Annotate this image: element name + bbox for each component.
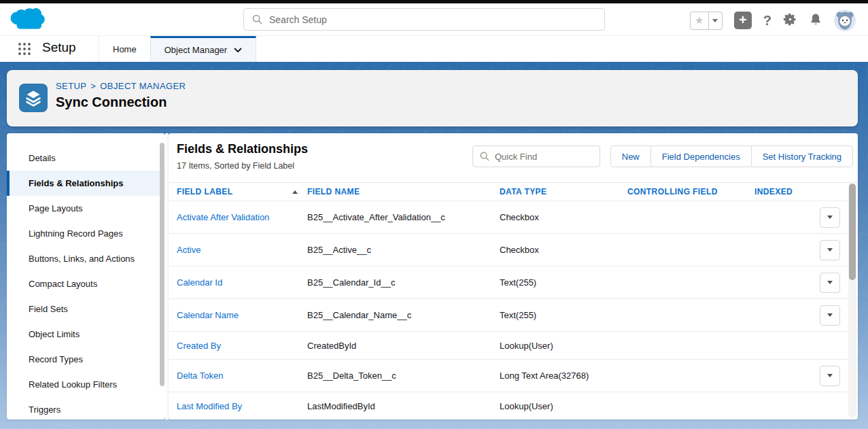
data-type-cell: Checkbox [500,245,627,255]
quick-find-box [472,145,600,167]
table-row: Active B25__Active__c Checkbox [169,234,858,267]
field-label-link[interactable]: Active [177,245,307,255]
table-scrollbar-track[interactable] [848,184,856,417]
field-label-link[interactable]: Calendar Name [177,310,307,320]
sidebar-item-related-lookup-filters[interactable]: Related Lookup Filters [7,372,165,397]
setup-page-background: SETUP>OBJECT MANAGER Sync Connection Det… [0,62,868,429]
favorites-star-icon[interactable]: ★ [690,12,709,30]
bell-icon [809,12,822,27]
global-search-box [243,8,605,31]
sidebar-item-record-types[interactable]: Record Types [7,347,165,372]
search-icon [252,14,262,24]
row-actions-menu-button[interactable] [820,305,840,326]
breadcrumb-separator: > [90,81,96,91]
setup-gear-button[interactable] [783,12,797,29]
set-history-tracking-button[interactable]: Set History Tracking [751,145,853,167]
chevron-down-icon[interactable] [234,48,242,53]
sidebar-item-object-limits[interactable]: Object Limits [7,322,165,347]
column-header-text: DATA TYPE [500,187,546,196]
sidebar-item-buttons-links-actions[interactable]: Buttons, Links, and Actions [7,246,165,271]
tab-object-manager-label: Object Manager [164,45,228,55]
object-layers-icon [19,84,48,112]
chevron-down-icon [827,281,833,284]
sidebar-list: Details Fields & Relationships Page Layo… [7,133,165,419]
field-name-cell: B25__Active__c [307,245,500,255]
field-dependencies-button[interactable]: Field Dependencies [650,145,752,167]
column-header-text: INDEXED [754,187,793,196]
app-name-label: Setup [42,40,76,55]
search-icon [480,152,489,161]
page-title: Sync Connection [56,95,167,110]
column-header-controlling-field[interactable]: CONTROLLING FIELD [627,187,754,196]
sidebar-item-triggers[interactable]: Triggers [7,397,165,419]
column-header-field-label[interactable]: FIELD LABEL [177,187,307,196]
chevron-down-icon [827,313,833,317]
sidebar-item-label: Buttons, Links, and Actions [29,254,135,264]
data-type-cell: Text(255) [500,277,627,288]
column-header-text: FIELD LABEL [177,187,232,196]
table-row: Last Modified By LastModifiedById Lookup… [169,392,858,419]
field-label-link[interactable]: Activate After Validation [177,212,307,222]
quick-create-button[interactable]: + [734,12,752,29]
panel-actions: New Field Dependencies Set History Track… [610,145,853,167]
data-type-cell: Checkbox [500,212,627,222]
column-header-indexed[interactable]: INDEXED [754,187,817,196]
utility-bar: ★ + ? [0,3,868,36]
field-name-cell: B25__Activate_After_Validation__c [307,212,500,222]
user-avatar[interactable] [834,10,856,31]
panel-title: Fields & Relationships [177,142,308,156]
field-label-link[interactable]: Last Modified By [177,401,307,411]
field-label-link[interactable]: Delta Token [177,371,307,381]
breadcrumb-object-manager-link[interactable]: OBJECT MANAGER [100,81,186,91]
row-actions-menu-button[interactable] [820,273,840,293]
utility-actions: ★ + ? [690,10,856,31]
astro-avatar-icon [834,10,856,31]
sidebar-item-details[interactable]: Details [7,145,165,171]
field-label-link[interactable]: Calendar Id [177,277,307,288]
breadcrumb-setup-link[interactable]: SETUP [56,81,86,91]
sidebar-item-label: Compact Layouts [29,279,97,289]
table-row: Calendar Name B25__Calendar_Name__c Text… [169,299,858,332]
row-actions-menu-button[interactable] [820,240,840,260]
sidebar-item-label: Field Sets [29,304,68,314]
sidebar-scrollbar[interactable] [160,143,164,386]
table-row: Calendar Id B25__Calendar_Id__c Text(255… [169,267,858,299]
sidebar-item-fields-relationships[interactable]: Fields & Relationships [7,171,165,196]
favorites-control: ★ [690,12,723,30]
fields-table: FIELD LABEL FIELD NAME DATA TYPE CONTROL… [169,182,858,419]
nav-tabs: Home Object Manager [99,36,256,62]
column-header-data-type[interactable]: DATA TYPE [500,187,627,196]
notifications-button[interactable] [809,12,822,29]
quick-find-input[interactable] [495,152,593,162]
sidebar-item-lightning-record-pages[interactable]: Lightning Record Pages [7,221,165,246]
sidebar-item-label: Lightning Record Pages [29,228,123,239]
sidebar-item-label: Related Lookup Filters [29,379,117,390]
search-setup-input[interactable] [269,14,596,25]
column-header-text: FIELD NAME [307,187,360,196]
favorites-caret-button[interactable] [709,12,723,30]
field-name-cell: CreatedById [307,341,500,351]
chevron-down-icon [712,19,718,22]
sidebar-item-label: Details [29,153,56,163]
row-actions-menu-button[interactable] [820,207,840,228]
sidebar-item-label: Triggers [29,405,60,415]
help-button[interactable]: ? [763,13,771,29]
tab-object-manager[interactable]: Object Manager [150,36,257,62]
field-name-cell: B25__Delta_Token__c [307,371,500,381]
column-header-text: CONTROLLING FIELD [627,187,718,196]
sidebar-item-page-layouts[interactable]: Page Layouts [7,196,165,221]
table-scrollbar-thumb[interactable] [849,184,856,280]
column-header-field-name[interactable]: FIELD NAME [307,187,500,196]
sidebar-item-field-sets[interactable]: Field Sets [7,296,165,322]
tab-home[interactable]: Home [99,36,150,62]
fields-relationships-panel: Fields & Relationships 17 Items, Sorted … [169,133,858,419]
field-label-link[interactable]: Created By [177,341,307,351]
plus-icon: + [739,13,747,27]
table-row: Activate After Validation B25__Activate_… [169,201,858,234]
new-button[interactable]: New [610,145,651,167]
app-launcher-waffle-icon[interactable] [18,42,31,56]
gear-icon [783,12,797,27]
row-actions-menu-button[interactable] [820,366,840,386]
sidebar-item-compact-layouts[interactable]: Compact Layouts [7,271,165,296]
data-type-cell: Lookup(User) [500,401,627,411]
